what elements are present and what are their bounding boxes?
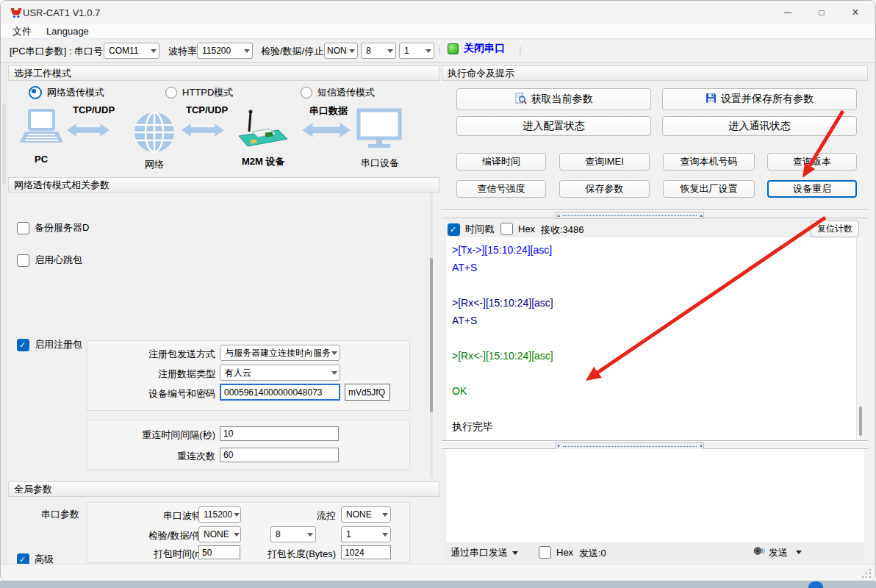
m2m-device-icon <box>233 108 292 155</box>
serial-toolbar: [PC串口参数] : 串口号 COM11 波特率 115200 检验/数据/停止… <box>1 39 875 63</box>
enter-config-button[interactable]: 进入配置状态 <box>456 116 651 136</box>
query-signal-button[interactable]: 查信号强度 <box>456 180 546 198</box>
checkbox-label: Hex <box>556 547 573 558</box>
device-password-value: mVd5JfQ <box>348 387 385 398</box>
checkbox-backup-server[interactable]: 备份服务器D <box>17 221 89 234</box>
laptop-icon <box>18 108 65 152</box>
checkbox-heartbeat[interactable]: 启用心跳包 <box>17 254 82 267</box>
enter-comm-button[interactable]: 进入通讯状态 <box>662 116 857 136</box>
device-id-input[interactable]: 00059614000000048073 <box>220 384 340 401</box>
chevron-down-icon <box>151 49 157 53</box>
checkbox-send-hex[interactable]: Hex <box>539 546 573 559</box>
global-baud-select[interactable]: 115200 <box>198 506 241 523</box>
send-button[interactable]: 发送 <box>753 545 802 559</box>
send-input-area[interactable] <box>446 449 864 542</box>
minimize-button[interactable]: ─ <box>771 1 805 24</box>
reg-type-select[interactable]: 有人云 <box>220 365 340 381</box>
left-edge-track[interactable] <box>1 63 7 578</box>
triangle-up-icon: ▲ <box>699 213 703 218</box>
device-password-box[interactable]: mVd5JfQ <box>345 384 390 401</box>
com-port-value: COM11 <box>109 46 149 56</box>
com-port-select[interactable]: COM11 <box>104 43 159 59</box>
reg-send-select[interactable]: 与服务器建立连接时向服务 <box>220 345 340 361</box>
reconnect-times-input[interactable]: 60 <box>220 448 339 462</box>
log-line: >[Rx<-][15:10:24][asc] <box>452 350 856 368</box>
log-scrollbar-thumb[interactable] <box>859 406 862 436</box>
device-id-value: 00059614000000048073 <box>224 387 322 398</box>
splitter-top[interactable]: ▲ ▲ <box>442 209 868 218</box>
group-commands-title: 执行命令及提示 <box>448 67 514 80</box>
serial-params-label: 串口参数 <box>41 508 79 521</box>
close-port-button[interactable]: 关闭串口 <box>448 42 505 55</box>
close-button[interactable]: × <box>839 1 872 24</box>
query-version-button[interactable]: 查询版本 <box>767 153 857 171</box>
save-params-button[interactable]: 保存参数 <box>559 180 650 198</box>
log-scrollbar-track[interactable] <box>856 237 864 440</box>
chevron-down-icon <box>382 533 388 537</box>
parity-value: NONI <box>327 46 348 56</box>
radio-httpd-mode[interactable]: HTTPD模式 <box>165 86 233 99</box>
send-via-serial-dropdown[interactable]: 通过串口发送 <box>450 546 518 559</box>
global-parity-select[interactable]: NONE <box>198 526 241 542</box>
factory-reset-button[interactable]: 恢复出厂设置 <box>663 180 755 198</box>
globe-icon <box>133 111 176 157</box>
menu-language[interactable]: Language <box>39 26 96 37</box>
menu-file[interactable]: 文件 <box>1 25 39 38</box>
radio-sms-passthrough[interactable]: 短信透传模式 <box>301 86 375 99</box>
global-databits-select[interactable]: 8 <box>270 526 316 542</box>
log-line: AT+S <box>452 262 856 279</box>
global-stopbits-select[interactable]: 1 <box>341 526 391 542</box>
query-number-button[interactable]: 查询本机号码 <box>663 153 755 171</box>
radio-network-passthrough[interactable]: 网络透传模式 <box>29 86 104 99</box>
left-edge-thumb[interactable] <box>2 104 6 184</box>
log-line <box>452 332 856 350</box>
splitter-handle[interactable]: ▲ ▲ <box>556 212 704 219</box>
reconnect-interval-input[interactable]: 10 <box>220 426 339 441</box>
maximize-button[interactable]: □ <box>805 1 839 24</box>
stopbits-select[interactable]: 1 <box>399 43 434 59</box>
group-global-params-title: 全局参数 <box>14 483 52 496</box>
reset-count-button[interactable]: 复位计数 <box>811 220 859 237</box>
splitter-bottom[interactable]: ▼ ▼ <box>442 440 868 449</box>
databits-select[interactable]: 8 <box>361 43 396 59</box>
checkbox-recv-hex[interactable]: Hex <box>500 223 535 235</box>
device-restart-button[interactable]: 设备重启 <box>767 180 857 198</box>
serial-device-label: 串口设备 <box>361 157 399 170</box>
group-net-params-title: 网络透传模式相关参数 <box>14 179 110 192</box>
set-save-all-button[interactable]: 设置并保存所有参数 <box>662 88 857 110</box>
radio-icon <box>29 86 42 99</box>
device-id-label: 设备编号和密码 <box>90 387 215 401</box>
global-baud-label: 串口波特率 <box>90 509 211 523</box>
caret-down-icon <box>512 551 518 555</box>
resize-grip[interactable] <box>862 569 871 578</box>
pack-len-input[interactable]: 1024 <box>341 545 391 559</box>
chevron-down-icon <box>426 49 431 53</box>
pack-len-label: 打包长度(Bytes) <box>242 548 336 561</box>
get-params-button[interactable]: 获取当前参数 <box>456 88 651 110</box>
status-bar <box>1 564 876 581</box>
reconnect-times-label: 重连次数 <box>90 450 215 463</box>
app-logo-icon <box>10 7 23 18</box>
group-commands-header: 执行命令及提示 <box>442 65 868 81</box>
chevron-down-icon <box>244 49 250 53</box>
compile-time-button[interactable]: 编译时间 <box>456 153 546 171</box>
left-scrollbar-thumb[interactable] <box>430 258 433 412</box>
query-imei-button[interactable]: 查询IMEI <box>559 153 650 171</box>
checkbox-regpack[interactable]: 启用注册包 <box>17 338 82 351</box>
m2m-label: M2M 设备 <box>242 155 285 168</box>
left-scrollbar-track[interactable] <box>430 193 433 478</box>
pack-time-input[interactable]: 50 <box>198 545 240 559</box>
background-ball <box>808 581 823 588</box>
baud-label: 波特率 <box>168 45 197 58</box>
chevron-down-icon <box>234 533 240 537</box>
checkbox-timestamp[interactable]: 时间戳 <box>448 223 494 236</box>
triangle-down-icon: ▼ <box>699 444 703 448</box>
flow-control-select[interactable]: NONE <box>341 506 391 523</box>
parity-select[interactable]: NONI <box>324 43 358 59</box>
send-button-label: 发送 <box>769 546 788 559</box>
log-output-area[interactable]: >[Tx->][15:10:24][asc] AT+S >[Rx<-][15:1… <box>446 237 856 440</box>
baud-select[interactable]: 115200 <box>197 43 253 59</box>
flow-control-label: 流控 <box>264 509 336 523</box>
menu-bar: 文件 Language <box>1 24 875 39</box>
radio-label: HTTPD模式 <box>182 86 233 99</box>
